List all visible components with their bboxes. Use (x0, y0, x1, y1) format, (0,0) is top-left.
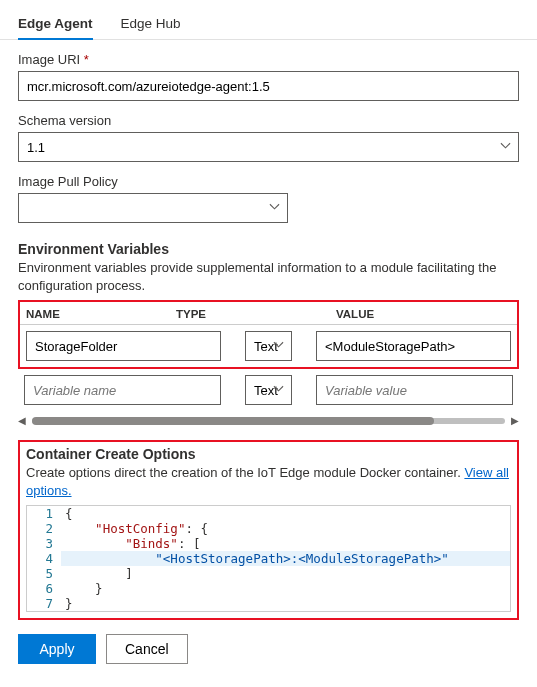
code-line: 5 ] (27, 566, 510, 581)
env-header-name: NAME (26, 308, 176, 320)
env-header-type: TYPE (176, 308, 326, 320)
code-line: 3 "Binds": [ (27, 536, 510, 551)
env-name-input[interactable] (26, 331, 221, 361)
scroll-right-icon[interactable]: ▶ (511, 415, 519, 426)
scroll-left-icon[interactable]: ◀ (18, 415, 26, 426)
tab-edge-hub[interactable]: Edge Hub (121, 10, 181, 39)
env-title: Environment Variables (18, 241, 519, 257)
env-row-new (18, 367, 519, 411)
cco-desc: Create options direct the creation of th… (26, 464, 511, 499)
cancel-button[interactable]: Cancel (106, 634, 188, 664)
code-line: 4 "<HostStoragePath>:<ModuleStoragePath>… (27, 551, 510, 566)
code-editor[interactable]: 1{2 "HostConfig": {3 "Binds": [4 "<HostS… (26, 505, 511, 612)
env-value-placeholder-input[interactable] (316, 375, 513, 405)
code-line: 1{ (27, 506, 510, 521)
cco-highlight-box: Container Create Options Create options … (18, 440, 519, 620)
code-line: 7} (27, 596, 510, 611)
env-type-placeholder-select[interactable] (245, 375, 292, 405)
image-pull-policy-label: Image Pull Policy (18, 174, 519, 189)
cco-title: Container Create Options (26, 446, 511, 462)
env-row (20, 325, 517, 367)
env-name-placeholder-input[interactable] (24, 375, 221, 405)
schema-version-label: Schema version (18, 113, 519, 128)
apply-button[interactable]: Apply (18, 634, 96, 664)
image-uri-label: Image URI * (18, 52, 519, 67)
schema-version-select[interactable] (18, 132, 519, 162)
env-type-select[interactable] (245, 331, 292, 361)
image-pull-policy-select[interactable] (18, 193, 288, 223)
env-highlight-box: NAME TYPE VALUE (18, 300, 519, 369)
code-line: 6 } (27, 581, 510, 596)
env-header-value: VALUE (326, 308, 511, 320)
env-desc: Environment variables provide supplement… (18, 259, 519, 294)
tab-edge-agent[interactable]: Edge Agent (18, 10, 93, 39)
env-value-input[interactable] (316, 331, 511, 361)
code-line: 2 "HostConfig": { (27, 521, 510, 536)
tab-bar: Edge Agent Edge Hub (0, 10, 537, 40)
horizontal-scrollbar[interactable]: ◀ ▶ (18, 415, 519, 426)
image-uri-input[interactable] (18, 71, 519, 101)
